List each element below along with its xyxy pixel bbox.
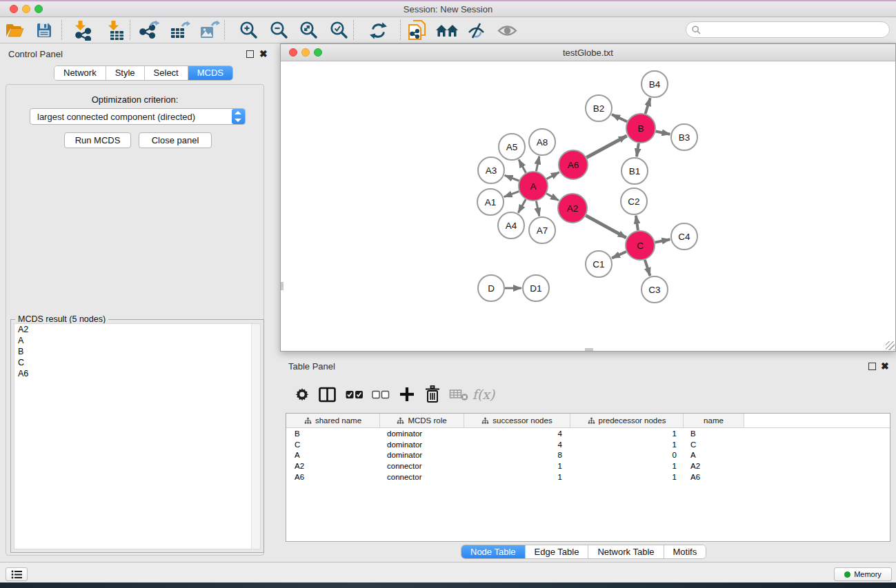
- window-close-button[interactable]: [10, 5, 18, 13]
- window-zoom-button[interactable]: [34, 5, 43, 13]
- search-input[interactable]: [701, 23, 889, 36]
- network-graph[interactable]: AA1A2A3A4A5A6A7A8BB1B2B3B4CC1C2C3C4DD1: [281, 61, 895, 351]
- column-header-name[interactable]: name: [684, 414, 744, 427]
- mcds-result-item[interactable]: C: [14, 357, 260, 368]
- export-image-icon[interactable]: [198, 19, 221, 41]
- float-table-panel-icon[interactable]: [868, 363, 876, 370]
- network-canvas[interactable]: AA1A2A3A4A5A6A7A8BB1B2B3B4CC1C2C3C4DD1: [281, 61, 895, 351]
- vertical-scroll-thumb[interactable]: [281, 282, 283, 290]
- mcds-result-list[interactable]: A2ABCA6: [14, 323, 261, 549]
- mcds-result-item[interactable]: B: [14, 346, 260, 357]
- graph-edge-A-A4[interactable]: [518, 199, 526, 213]
- deselect-all-icon[interactable]: [369, 383, 392, 405]
- tab-select[interactable]: Select: [145, 66, 188, 80]
- table-tab-edge-table[interactable]: Edge Table: [526, 545, 589, 558]
- resize-handle[interactable]: [886, 341, 895, 350]
- graph-node-C3[interactable]: C3: [641, 276, 668, 303]
- export-network-icon[interactable]: [138, 19, 161, 41]
- graph-node-A4[interactable]: A4: [498, 212, 524, 239]
- task-history-button[interactable]: [6, 567, 28, 581]
- graph-edge-B-B3[interactable]: [656, 131, 670, 134]
- table-tab-motifs[interactable]: Motifs: [664, 545, 706, 558]
- zoom-in-icon[interactable]: [237, 19, 261, 41]
- birds-eye-view-icon[interactable]: [495, 19, 519, 41]
- table-tab-node-table[interactable]: Node Table: [461, 545, 526, 558]
- float-panel-icon[interactable]: [246, 50, 254, 58]
- zoom-fit-icon[interactable]: [297, 19, 321, 41]
- graph-edge-A6-B[interactable]: [586, 136, 626, 158]
- graph-node-B3[interactable]: B3: [671, 124, 697, 150]
- graph-node-D[interactable]: D: [478, 275, 504, 301]
- graph-edge-C-C3[interactable]: [645, 260, 650, 276]
- tab-network[interactable]: Network: [54, 66, 106, 80]
- graph-node-A1[interactable]: A1: [477, 189, 504, 215]
- save-session-icon[interactable]: [32, 19, 56, 41]
- export-table-icon[interactable]: [168, 19, 192, 41]
- close-table-panel-icon[interactable]: ✖: [881, 363, 889, 370]
- table-row[interactable]: Adominator80A: [286, 449, 890, 460]
- delete-column-icon[interactable]: [421, 383, 444, 405]
- graph-node-A6[interactable]: A6: [559, 150, 588, 179]
- graph-node-A8[interactable]: A8: [529, 129, 555, 155]
- network-window-close-button[interactable]: [289, 48, 297, 57]
- graph-node-A3[interactable]: A3: [478, 157, 504, 183]
- refresh-layout-icon[interactable]: [366, 19, 390, 41]
- graph-edge-A-A2[interactable]: [546, 194, 559, 201]
- window-minimize-button[interactable]: [22, 5, 30, 13]
- mcds-result-item[interactable]: A: [14, 335, 260, 346]
- open-session-icon[interactable]: [3, 19, 26, 41]
- scrollbar-track[interactable]: [251, 324, 260, 549]
- network-window-zoom-button[interactable]: [314, 48, 322, 57]
- graph-node-C2[interactable]: C2: [621, 188, 647, 214]
- table-row[interactable]: Bdominator41B: [286, 428, 890, 439]
- mcds-result-item[interactable]: A6: [14, 368, 260, 379]
- graph-edge-A-A8[interactable]: [536, 156, 539, 172]
- graph-node-B1[interactable]: B1: [621, 158, 648, 184]
- graph-node-C4[interactable]: C4: [671, 223, 697, 250]
- column-header-successor-nodes[interactable]: successor nodes: [464, 414, 570, 427]
- graph-node-D1[interactable]: D1: [523, 275, 549, 301]
- double-house-icon[interactable]: [435, 19, 459, 41]
- graph-node-B[interactable]: B: [626, 114, 655, 143]
- network-window-minimize-button[interactable]: [301, 48, 310, 57]
- graph-edge-C-C4[interactable]: [655, 239, 670, 242]
- column-header-shared-name[interactable]: shared name: [286, 414, 380, 427]
- graph-edge-A-A5[interactable]: [519, 159, 526, 172]
- graph-edge-A-A1[interactable]: [504, 192, 519, 197]
- table-tab-network-table[interactable]: Network Table: [588, 545, 664, 558]
- graph-node-A7[interactable]: A7: [529, 217, 555, 243]
- new-network-from-selection-icon[interactable]: [406, 19, 429, 41]
- zoom-out-icon[interactable]: [268, 19, 291, 41]
- graph-edge-C-C1[interactable]: [612, 252, 626, 258]
- graph-edge-A-A6[interactable]: [546, 172, 559, 179]
- graph-node-B2[interactable]: B2: [586, 95, 612, 121]
- column-header-predecessor-nodes[interactable]: predecessor nodes: [570, 414, 684, 427]
- memory-button[interactable]: Memory: [834, 567, 892, 581]
- graph-node-B4[interactable]: B4: [641, 71, 668, 97]
- hide-graphics-details-icon[interactable]: [464, 19, 488, 41]
- graph-edge-A2-C[interactable]: [586, 216, 626, 238]
- table-row[interactable]: Cdominator41C: [286, 439, 890, 450]
- tab-style[interactable]: Style: [106, 66, 145, 80]
- graph-node-A[interactable]: A: [519, 172, 548, 201]
- criterion-select[interactable]: largest connected component (directed): [30, 108, 246, 125]
- graph-edge-A-A7[interactable]: [536, 201, 539, 216]
- run-mcds-button[interactable]: Run MCDS: [64, 132, 131, 148]
- horizontal-scroll-thumb[interactable]: [585, 348, 593, 351]
- graph-edge-A-A3[interactable]: [505, 175, 519, 181]
- column-layout-icon[interactable]: [315, 383, 339, 405]
- select-all-icon[interactable]: [343, 383, 366, 405]
- table-row[interactable]: A2connector11A2: [286, 460, 890, 472]
- zoom-selected-icon[interactable]: [328, 19, 351, 41]
- import-network-icon[interactable]: [70, 19, 93, 41]
- tab-mcds[interactable]: MCDS: [188, 66, 232, 80]
- import-table-icon[interactable]: [103, 19, 126, 41]
- close-panel-icon[interactable]: ✖: [259, 50, 268, 58]
- mcds-result-item[interactable]: A2: [14, 324, 260, 335]
- graph-edge-C-C2[interactable]: [636, 216, 638, 230]
- graph-edge-B-B2[interactable]: [612, 114, 627, 122]
- table-row[interactable]: A6connector11A6: [286, 472, 890, 483]
- graph-node-C[interactable]: C: [626, 231, 655, 260]
- column-header-mcds-role[interactable]: MCDS role: [380, 414, 464, 427]
- graph-edge-B-B4[interactable]: [646, 98, 650, 114]
